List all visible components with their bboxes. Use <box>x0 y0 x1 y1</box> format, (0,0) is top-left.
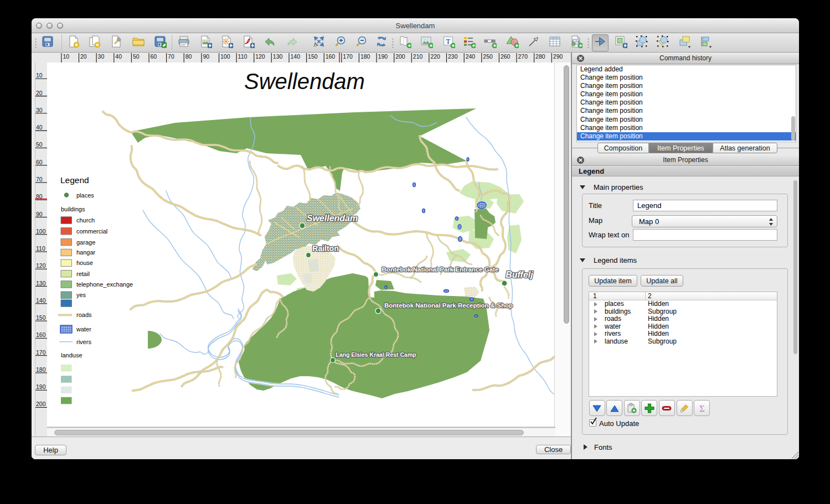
svg-text:140: 140 <box>36 297 46 304</box>
svg-text:140: 140 <box>291 53 301 60</box>
svg-text:130: 130 <box>273 53 283 60</box>
svg-text:250: 250 <box>483 53 493 60</box>
svg-text:50: 50 <box>133 53 140 60</box>
svg-text:30: 30 <box>36 107 43 113</box>
svg-text:church: church <box>76 217 95 224</box>
svg-text:150: 150 <box>36 314 46 321</box>
svg-text:Bontebok National Park Entranc: Bontebok National Park Entrance Gate <box>382 266 499 273</box>
svg-text:T: T <box>446 38 451 45</box>
svg-text:Bontebok National Park Recepti: Bontebok National Park Reception & Shop <box>384 302 513 309</box>
svg-text:yes: yes <box>76 292 86 298</box>
svg-text:buildings: buildings <box>61 206 85 212</box>
svg-text:190: 190 <box>378 53 388 60</box>
svg-text:120: 120 <box>36 262 46 269</box>
svg-text:hangar: hangar <box>76 249 96 256</box>
svg-text:130: 130 <box>36 280 46 287</box>
svg-text:100: 100 <box>220 53 230 60</box>
svg-text:30: 30 <box>98 53 105 60</box>
svg-text:240: 240 <box>466 53 476 60</box>
svg-text:160: 160 <box>326 53 336 60</box>
svg-text:Σ: Σ <box>699 403 704 413</box>
svg-text:180: 180 <box>36 366 46 373</box>
svg-text:90: 90 <box>203 53 209 60</box>
svg-text:60: 60 <box>151 53 157 60</box>
svg-text:110: 110 <box>238 53 248 60</box>
svg-text:220: 220 <box>430 53 440 60</box>
svg-text:house: house <box>76 259 93 266</box>
svg-text:120: 120 <box>255 53 265 60</box>
svg-text:200: 200 <box>36 401 46 407</box>
svg-text:170: 170 <box>343 53 353 60</box>
svg-text:telephone_exchange: telephone_exchange <box>76 281 133 288</box>
svg-text:retail: retail <box>76 271 90 277</box>
svg-text:10: 10 <box>63 53 69 60</box>
svg-text:Buffelj: Buffelj <box>506 270 533 279</box>
svg-text:landuse: landuse <box>61 352 83 358</box>
svg-text:40: 40 <box>36 124 43 131</box>
svg-text:roads: roads <box>76 311 92 318</box>
svg-text:rivers: rivers <box>76 339 91 345</box>
svg-text:100: 100 <box>36 228 46 235</box>
svg-text:270: 270 <box>518 53 528 60</box>
svg-text:110: 110 <box>36 245 45 252</box>
svg-text:190: 190 <box>36 383 46 390</box>
svg-text:280: 280 <box>535 53 545 60</box>
svg-text:160: 160 <box>36 331 46 338</box>
svg-text:50: 50 <box>36 141 43 148</box>
svg-text:10: 10 <box>36 72 43 79</box>
svg-text:200: 200 <box>395 53 405 60</box>
svg-text:80: 80 <box>185 53 192 60</box>
svg-text:water: water <box>76 326 91 332</box>
svg-text:290: 290 <box>553 53 563 60</box>
svg-text:20: 20 <box>80 53 87 60</box>
svg-text:garage: garage <box>76 239 95 246</box>
svg-text:230: 230 <box>448 53 458 60</box>
svg-text:commercial: commercial <box>76 228 107 235</box>
svg-text:170: 170 <box>36 349 46 356</box>
svg-text:40: 40 <box>115 53 122 60</box>
svg-text:Lang Elsies Kraal Rest Camp: Lang Elsies Kraal Rest Camp <box>336 351 416 358</box>
svg-text:70: 70 <box>168 53 174 60</box>
svg-text:260: 260 <box>501 53 511 60</box>
svg-text:210: 210 <box>413 53 423 60</box>
svg-text:150: 150 <box>308 53 318 60</box>
svg-text:Legend: Legend <box>60 175 89 185</box>
svg-text:20: 20 <box>36 90 43 96</box>
svg-text:70: 70 <box>36 176 43 183</box>
svg-text:90: 90 <box>36 211 43 217</box>
svg-text:180: 180 <box>360 53 370 60</box>
svg-text:places: places <box>76 192 94 199</box>
svg-text:60: 60 <box>36 159 43 165</box>
svg-text:Swellendam: Swellendam <box>244 69 365 93</box>
svg-text:Swellendam: Swellendam <box>307 214 358 223</box>
svg-text:Railton: Railton <box>312 244 338 253</box>
